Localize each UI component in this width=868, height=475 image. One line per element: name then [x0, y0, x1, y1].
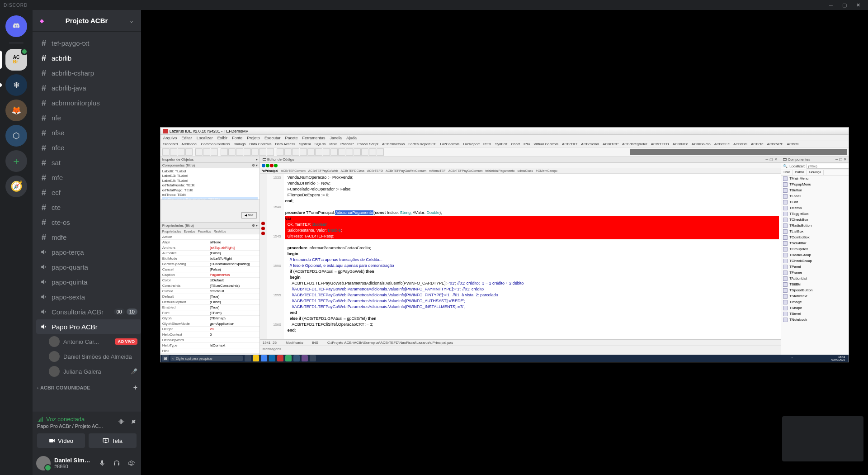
prop-name[interactable]: Glyph — [160, 316, 208, 321]
palette-tab[interactable]: Dialogs — [234, 142, 246, 146]
taskbar-app[interactable] — [253, 355, 259, 361]
active-voice-channel[interactable]: Papo Pro ACBr — [36, 319, 141, 334]
prop-value[interactable]: (False) — [208, 251, 259, 256]
taskbar-app[interactable] — [302, 355, 308, 361]
object-inspector[interactable]: Inspetor de Objetos▾ Componentes (filtro… — [160, 157, 260, 355]
tree-node[interactable]: Label15: TLabel — [162, 179, 258, 183]
palette-tab[interactable]: Virtual Controls — [534, 142, 559, 146]
prop-name[interactable]: DefaultCaption — [160, 299, 208, 305]
prop-name[interactable]: HelpContext — [160, 332, 208, 337]
prop-name[interactable]: HelpKeyword — [160, 337, 208, 343]
start-button[interactable]: ⊞ — [162, 355, 169, 361]
video-button[interactable]: Vídeo — [37, 433, 85, 448]
breakpoint-icon[interactable] — [261, 222, 265, 225]
palette-tab[interactable]: Chart — [511, 142, 520, 146]
menu-item[interactable]: Janela — [330, 136, 342, 140]
prop-tab[interactable]: Propriedades — [162, 230, 181, 233]
taskbar-app[interactable] — [269, 355, 275, 361]
prop-name[interactable]: Constraints — [160, 283, 208, 289]
palette-tab[interactable]: ACBrTCP — [603, 142, 618, 146]
minimize-button[interactable]: ─ — [825, 0, 837, 10]
prop-value[interactable]: alNone — [208, 240, 259, 245]
component-palette-tabs[interactable]: StandardAdditionalCommon ControlsDialogs… — [160, 141, 849, 147]
component-item[interactable]: TToggleBox — [781, 211, 849, 217]
discover-button[interactable]: 🧭 — [5, 176, 27, 197]
voice-channel[interactable]: papo-sexta — [36, 290, 141, 304]
taskbar-app[interactable] — [261, 355, 267, 361]
prop-name[interactable]: Color — [160, 278, 208, 283]
prop-tab[interactable]: Eventos — [184, 230, 195, 233]
components-tab[interactable]: Herança — [807, 170, 824, 175]
prop-value[interactable]: htContext — [208, 343, 259, 348]
settings-button[interactable] — [125, 457, 137, 470]
server-item[interactable]: 🦊 — [5, 100, 27, 121]
tree-node[interactable]: Label13: TLabel — [162, 174, 258, 178]
deafen-button[interactable] — [110, 457, 123, 470]
home-button[interactable] — [5, 15, 27, 37]
component-item[interactable]: TCheckGroup — [781, 258, 849, 264]
component-search-input[interactable] — [807, 164, 849, 169]
text-channel[interactable]: nfse — [36, 125, 141, 140]
component-item[interactable]: TPopupMenu — [781, 181, 849, 187]
palette-tab[interactable]: Fortes Report CE — [408, 142, 436, 146]
prop-value[interactable]: (True) — [208, 305, 259, 310]
editor-tab[interactable]: ACBrTEFDClass — [340, 169, 364, 172]
add-channel-button[interactable]: + — [133, 384, 137, 392]
prop-value[interactable]: (False) — [208, 267, 259, 272]
menu-item[interactable]: Arquivo — [163, 136, 177, 140]
component-item[interactable]: TGroupBox — [781, 246, 849, 252]
palette-tab[interactable]: Common Controls — [201, 142, 230, 146]
breakpoint-icon[interactable] — [261, 232, 265, 235]
palette-tab[interactable]: RTTI — [483, 142, 491, 146]
component-item[interactable]: TLabel — [781, 193, 849, 199]
component-item[interactable]: TListBox — [781, 228, 849, 234]
add-server-button[interactable]: ＋ — [5, 150, 27, 172]
palette-tab[interactable]: System — [299, 142, 311, 146]
prop-name[interactable]: Align — [160, 240, 208, 245]
user-avatar[interactable] — [36, 456, 51, 470]
voice-channel[interactable]: papo-quarta — [36, 260, 141, 274]
component-item[interactable]: TStaticText — [781, 293, 849, 299]
tree-node[interactable]: edTotalPago: TEdit — [162, 188, 258, 193]
prop-name[interactable]: Caption — [160, 272, 208, 278]
component-tree[interactable]: Label6: TLabel Label13: TLabel Label15: … — [160, 168, 259, 200]
category-header[interactable]: ›ACBR COMUNIDADE+ — [36, 379, 141, 393]
palette-tab[interactable]: LazReport — [463, 142, 480, 146]
property-grid[interactable]: PropriedadesEventosFavoritosRestritos Ac… — [160, 229, 259, 355]
prop-value[interactable]: (TFont) — [208, 310, 259, 316]
taskbar-app[interactable] — [310, 355, 316, 361]
component-item[interactable]: TShape — [781, 305, 849, 311]
menu-item[interactable]: Pacote — [285, 136, 297, 140]
palette-tab[interactable]: Misc — [330, 142, 337, 146]
palette-tab[interactable]: PascalP — [340, 142, 354, 146]
text-channel[interactable]: tef-paygo-txt — [36, 36, 141, 50]
taskbar-app[interactable] — [285, 355, 292, 361]
task-view-button[interactable] — [245, 355, 251, 361]
disconnect-button[interactable] — [129, 418, 137, 427]
ide-toolbar[interactable] — [160, 147, 849, 157]
tree-node[interactable]: edTroco: TEdit — [162, 193, 258, 197]
editor-tab[interactable]: ACBrTEFPayGoWeb — [308, 169, 338, 172]
maximize-button[interactable]: ▢ — [838, 0, 851, 10]
prop-name[interactable]: Hint — [160, 348, 208, 354]
text-channel[interactable]: acbrmonitorplus — [36, 95, 141, 110]
prop-value[interactable]: [akTop,akRight] — [208, 245, 259, 251]
component-item[interactable]: TComboBox — [781, 234, 849, 240]
prop-name[interactable]: AutoSize — [160, 251, 208, 256]
component-item[interactable]: TNotebook — [781, 317, 849, 323]
screen-share-button[interactable]: Tela — [89, 433, 137, 448]
palette-tab[interactable]: ACBrTe — [751, 142, 764, 146]
palette-tab[interactable]: ACBrM — [787, 142, 799, 146]
prop-name[interactable]: Default — [160, 294, 208, 299]
component-item[interactable]: TRadioButton — [781, 223, 849, 228]
component-item[interactable]: TFrame — [781, 270, 849, 276]
voice-user[interactable]: Antonio Car...AO VIVO — [36, 334, 141, 349]
prop-value[interactable]: (TBitmap) — [208, 316, 259, 321]
editor-tab[interactable]: frOMemCampo — [536, 169, 557, 172]
prop-name[interactable]: Font — [160, 310, 208, 316]
palette-tab[interactable]: Standard — [163, 142, 178, 146]
palette-tab[interactable]: IPro — [524, 142, 530, 146]
prop-value[interactable]: 28 — [208, 327, 259, 332]
text-channel[interactable]: cte — [36, 200, 141, 214]
menu-item[interactable]: Localizar — [197, 136, 213, 140]
